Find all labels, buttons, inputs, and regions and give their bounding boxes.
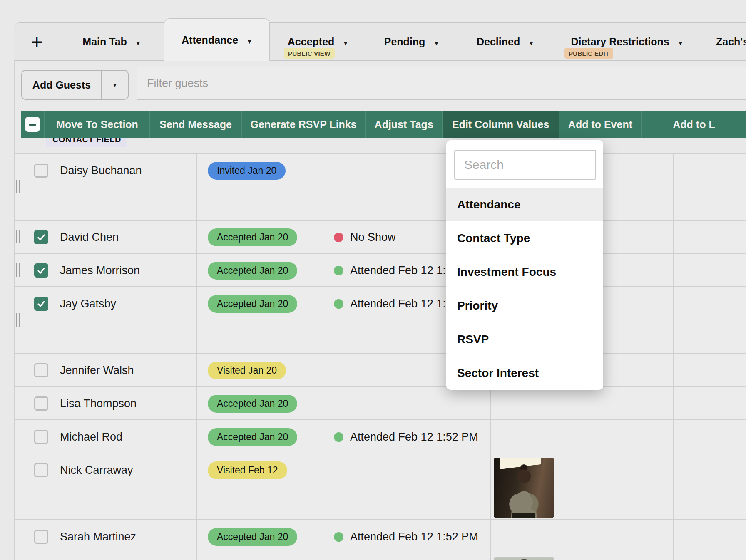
status-pill[interactable]: Accepted Jan 20 — [208, 228, 297, 246]
filter-guests-input[interactable] — [137, 67, 746, 100]
guest-name: David Chen — [60, 231, 119, 244]
check-icon — [36, 232, 46, 242]
cell-photo — [491, 553, 674, 560]
person-silhouette — [494, 458, 554, 518]
row-checkbox[interactable] — [34, 230, 48, 244]
add-guests-button[interactable]: Add Guests — [22, 71, 101, 99]
tab-declined[interactable]: Declined — [462, 23, 549, 60]
check-icon — [36, 299, 46, 309]
status-pill[interactable]: Accepted Jan 20 — [208, 395, 297, 413]
caret-down-icon — [678, 36, 684, 48]
row-checkbox[interactable] — [34, 363, 48, 377]
tab-attendance-active[interactable]: Attendance — [164, 18, 270, 61]
guest-photo[interactable] — [494, 458, 554, 518]
bulk-actions-toolbar: Move To Section Send Message Generate RS… — [21, 111, 746, 138]
row-checkbox[interactable] — [34, 164, 48, 178]
column-item-contact-type[interactable]: Contact Type — [446, 221, 603, 255]
public-edit-badge: PUBLIC EDIT — [564, 48, 613, 59]
cell-status: Accepted Jan 20 — [197, 221, 323, 253]
cell-status — [197, 553, 323, 560]
table-row[interactable]: James Morrison Accepted Jan 20 Attended … — [15, 254, 746, 287]
table-row[interactable]: Daisy Buchanan Invited Jan 20 — [15, 154, 746, 221]
generate-rsvp-links-button[interactable]: Generate RSVP Links — [241, 111, 365, 138]
guest-name: Sarah Martinez — [60, 530, 136, 543]
tab-main-tab[interactable]: Main Tab — [60, 23, 164, 60]
cell-name: David Chen — [15, 221, 197, 253]
caret-down-icon — [343, 36, 348, 48]
cell-status: Invited Jan 20 — [197, 154, 323, 220]
status-pill[interactable]: Accepted Jan 20 — [208, 528, 297, 546]
status-pill[interactable]: Accepted Jan 20 — [208, 262, 297, 280]
tab-zachs[interactable]: Zach's — [716, 23, 746, 60]
guest-photo[interactable] — [494, 557, 554, 560]
move-to-section-button[interactable]: Move To Section — [44, 111, 149, 138]
cell-extra — [674, 154, 746, 220]
row-checkbox[interactable] — [34, 396, 48, 411]
tab-label: Dietary Restrictions — [571, 36, 669, 48]
column-search-input[interactable] — [454, 150, 596, 180]
tab-pending[interactable]: Pending — [370, 23, 453, 60]
indeterminate-minus-icon — [29, 124, 36, 126]
guest-name: Jennifer Walsh — [60, 364, 134, 377]
table-row[interactable]: Michael Rod Accepted Jan 20 Attended Feb… — [15, 420, 746, 453]
drag-handle-icon[interactable] — [16, 180, 20, 193]
attendance-dot-icon — [334, 532, 343, 542]
row-checkbox[interactable] — [34, 530, 48, 544]
select-all-checkbox[interactable] — [21, 111, 44, 138]
table-row-partial[interactable] — [15, 553, 746, 560]
status-pill[interactable]: Accepted Jan 20 — [208, 295, 297, 313]
edit-column-values-dropdown: Attendance Contact Type Investment Focus… — [446, 140, 603, 390]
adjust-tags-button[interactable]: Adjust Tags — [365, 111, 442, 138]
cell-photo — [491, 420, 674, 453]
table-row[interactable]: Jay Gatsby Accepted Jan 20 Attended Feb … — [15, 287, 746, 354]
cell-status: Accepted Jan 20 — [197, 420, 323, 453]
add-to-list-button[interactable]: Add to L — [641, 111, 746, 138]
row-checkbox[interactable] — [34, 430, 48, 444]
add-guests-dropdown-button[interactable] — [101, 71, 128, 99]
drag-handle-icon[interactable] — [16, 313, 20, 327]
cell-photo — [491, 387, 674, 419]
caret-down-icon — [528, 36, 534, 48]
tab-label: Declined — [477, 36, 520, 48]
cell-status: Visited Jan 20 — [197, 354, 323, 386]
table-row[interactable]: Nick Carraway Visited Feb 12 — [15, 453, 746, 520]
guest-table: Daisy Buchanan Invited Jan 20 — [14, 153, 746, 560]
attendance-dot-icon — [334, 432, 343, 442]
add-tab-button[interactable]: + — [14, 23, 60, 60]
table-row[interactable]: Lisa Thompson Accepted Jan 20 — [15, 387, 746, 420]
drag-handle-icon[interactable] — [16, 230, 20, 243]
tab-label: Accepted — [288, 36, 335, 48]
cell-photo — [491, 453, 674, 519]
column-item-rsvp[interactable]: RSVP — [446, 322, 603, 356]
column-item-investment-focus[interactable]: Investment Focus — [446, 255, 603, 289]
table-row[interactable]: David Chen Accepted Jan 20 No Show — [15, 221, 746, 254]
send-message-button[interactable]: Send Message — [149, 111, 241, 138]
attendance-text: Attended Feb 12 1:52 PM — [350, 431, 478, 444]
edit-column-values-button[interactable]: Edit Column Values — [442, 111, 559, 138]
status-pill[interactable]: Invited Jan 20 — [208, 162, 286, 180]
row-checkbox[interactable] — [34, 263, 48, 278]
status-pill[interactable]: Visited Feb 12 — [208, 461, 287, 479]
table-row[interactable]: Sarah Martinez Accepted Jan 20 Attended … — [15, 520, 746, 553]
plus-icon: + — [31, 30, 42, 53]
column-list: Attendance Contact Type Investment Focus… — [446, 188, 603, 390]
cell-status: Accepted Jan 20 — [197, 520, 323, 553]
add-to-event-button[interactable]: Add to Event — [559, 111, 641, 138]
status-pill[interactable]: Visited Jan 20 — [208, 362, 286, 379]
column-item-attendance[interactable]: Attendance — [446, 188, 603, 221]
attendance-dot-icon — [334, 299, 343, 309]
cell-name: Michael Rod — [15, 420, 197, 453]
cell-extra — [674, 553, 746, 560]
cell-extra — [674, 287, 746, 353]
table-row[interactable]: Jennifer Walsh Visited Jan 20 — [15, 354, 746, 387]
column-item-sector-interest[interactable]: Sector Interest — [446, 356, 603, 390]
column-item-priority[interactable]: Priority — [446, 289, 603, 322]
row-checkbox[interactable] — [34, 463, 48, 477]
cell-extra — [674, 387, 746, 419]
row-checkbox[interactable] — [34, 297, 48, 311]
caret-down-icon — [433, 36, 439, 48]
guest-name: Daisy Buchanan — [60, 164, 142, 177]
cell-extra — [674, 420, 746, 453]
status-pill[interactable]: Accepted Jan 20 — [208, 428, 297, 446]
drag-handle-icon[interactable] — [16, 263, 20, 277]
